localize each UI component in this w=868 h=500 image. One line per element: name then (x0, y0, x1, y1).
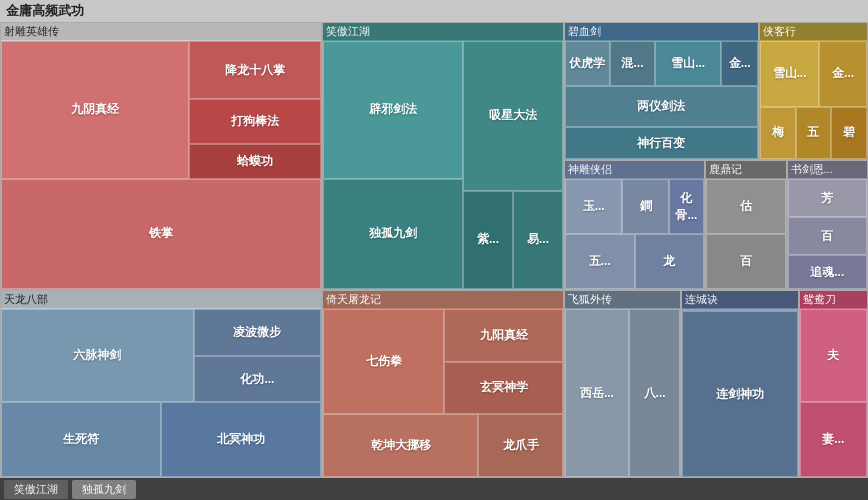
cell-huagu[interactable]: 化骨... (669, 179, 704, 234)
section-yitian: 倚天屠龙记 七伤拳 九阳真经 玄冥神学 (322, 290, 564, 478)
cell-xiehan[interactable]: 蛤蟆功 (189, 144, 322, 179)
cell-tiezhang[interactable]: 铁掌 (1, 179, 321, 289)
cell-huagong[interactable]: 化功... (194, 356, 321, 403)
cell-fang[interactable]: 芳 (788, 179, 867, 217)
cell-hun[interactable]: 混... (610, 41, 655, 86)
cell-xiyue[interactable]: 西岳... (565, 309, 629, 477)
section-tianlongbabu-label: 天龙八部 (1, 291, 321, 308)
cell-mei[interactable]: 梅 (760, 107, 796, 159)
cell-xueshan2[interactable]: 雪山... (760, 41, 819, 107)
cell-long[interactable]: 龙 (635, 234, 705, 289)
cell-zi[interactable]: 紫... (463, 191, 513, 289)
section-xiaoao: 笑傲江湖 辟邪剑法 独孤九剑 吸星大法 (322, 22, 564, 290)
cell-wu[interactable]: 五 (796, 107, 832, 159)
section-yuanyang: 鸳鸯刀 夫 妻... (799, 290, 868, 478)
section-tianlongbabu: 天龙八部 六脉神剑 凌波微步 化功... (0, 290, 322, 478)
cell-liuma[interactable]: 六脉神剑 (1, 309, 194, 402)
section-feihu-label: 飞狐外传 (565, 291, 680, 308)
section-diao: 射雕英雄传 九阴真经 降龙十八掌 (0, 22, 322, 290)
cell-shenxing[interactable]: 神行百变 (565, 127, 758, 159)
section-bixue-label: 碧血剑 (565, 23, 758, 40)
cell-jianglong[interactable]: 降龙十八掌 (189, 41, 322, 99)
cell-gu[interactable]: 估 (706, 179, 785, 234)
title-bar: 金庸高频武功 (0, 0, 868, 22)
section-feihu: 飞狐外传 西岳... 八... (564, 290, 681, 478)
cell-beiming[interactable]: 北冥神功 (161, 402, 321, 477)
cell-lingbo[interactable]: 凌波微步 (194, 309, 321, 356)
section-yitian-label: 倚天屠龙记 (323, 291, 563, 308)
cell-longzhua[interactable]: 龙爪手 (478, 414, 563, 477)
cell-lianjian[interactable]: 连剑神功 (682, 311, 797, 477)
cell-fuhu[interactable]: 伏虎学 (565, 41, 610, 86)
cell-pixie[interactable]: 辟邪剑法 (323, 41, 463, 179)
cell-bai-ld[interactable]: 百 (706, 234, 785, 289)
section-shujian: 书剑恩... 芳 百 追魂... (787, 160, 868, 290)
cell-dugu[interactable]: 独孤九剑 (323, 179, 463, 289)
section-liancheng-label: 连城诀 (682, 291, 797, 308)
section-luding: 鹿鼎记 估 百 (705, 160, 786, 290)
section-xiake-label: 侠客行 (760, 23, 867, 40)
app-title: 金庸高频武功 (6, 2, 84, 20)
tab-dugu[interactable]: 独孤九剑 (72, 480, 136, 499)
cell-shengsi[interactable]: 生死符 (1, 402, 161, 477)
section-shendiao-label: 神雕侠侣 (565, 161, 704, 178)
section-shujian-label: 书剑恩... (788, 161, 867, 178)
cell-yu[interactable]: 玉... (565, 179, 622, 234)
tab-xiaoao[interactable]: 笑傲江湖 (4, 480, 68, 499)
app-container: 金庸高频武功 射雕英雄传 九阴真经 (0, 0, 868, 500)
cell-qi[interactable]: 妻... (800, 402, 867, 477)
cell-ba[interactable]: 八... (629, 309, 681, 477)
bottom-bar: 笑傲江湖 独孤九剑 (0, 478, 868, 500)
cell-qishang[interactable]: 七伤拳 (323, 309, 444, 414)
section-bixue: 碧血剑 伏虎学 混... 雪山... (564, 22, 759, 160)
cell-jin[interactable]: 金... (721, 41, 757, 86)
cell-xixing[interactable]: 吸星大法 (463, 41, 563, 191)
section-shendiao: 神雕侠侣 玉... 鐧 化骨... (564, 160, 705, 290)
cell-xueshan[interactable]: 雪山... (655, 41, 721, 86)
cell-wuliang[interactable]: 五... (565, 234, 635, 289)
cell-yi[interactable]: 易... (513, 191, 563, 289)
cell-zhuihun[interactable]: 追魂... (788, 255, 867, 289)
cell-dagou[interactable]: 打狗棒法 (189, 99, 322, 143)
cell-fu[interactable]: 夫 (800, 309, 867, 402)
cell-jiuyang[interactable]: 九阳真经 (444, 309, 563, 362)
cell-jiuyin[interactable]: 九阴真经 (1, 41, 189, 179)
section-xiake: 侠客行 雪山... 金... 梅 (759, 22, 868, 160)
cell-jin2[interactable]: 金... (819, 41, 867, 107)
section-xiaoao-label: 笑傲江湖 (323, 23, 563, 40)
cell-liangyi[interactable]: 两仪剑法 (565, 86, 758, 127)
section-yuanyang-label: 鸳鸯刀 (800, 291, 867, 308)
cell-xuanming[interactable]: 玄冥神学 (444, 362, 563, 415)
cell-qiankun[interactable]: 乾坤大挪移 (323, 414, 478, 477)
section-liancheng: 连城诀 连城诀 连剑神功 (681, 290, 798, 478)
cell-bi[interactable]: 碧 (831, 107, 867, 159)
section-diao-label: 射雕英雄传 (1, 23, 321, 40)
cell-bai-sj[interactable]: 百 (788, 217, 867, 255)
section-luding-label: 鹿鼎记 (706, 161, 785, 178)
cell-jian[interactable]: 鐧 (622, 179, 668, 234)
